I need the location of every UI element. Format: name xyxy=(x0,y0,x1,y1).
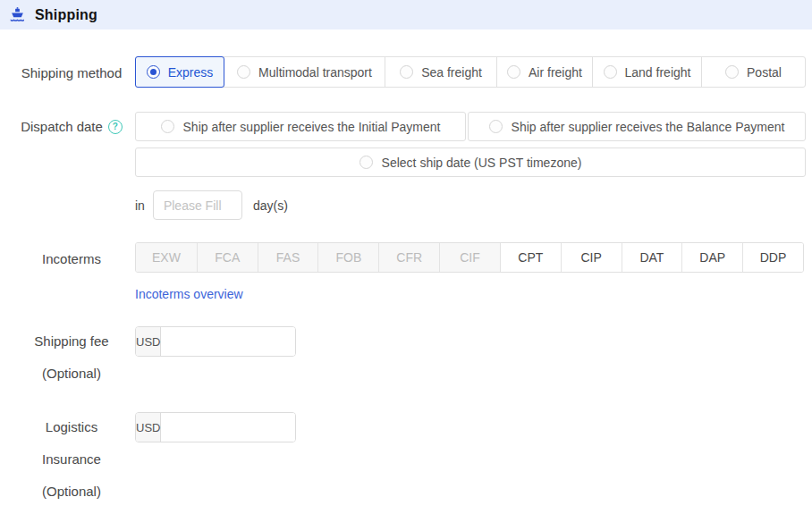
radio-icon xyxy=(359,156,373,169)
radio-icon xyxy=(237,65,250,79)
option-label: Postal xyxy=(747,65,782,80)
radio-icon xyxy=(725,65,739,79)
option-label: Select ship date (US PST timezone) xyxy=(382,156,582,170)
logistics-insurance-input[interactable] xyxy=(161,413,296,442)
shipping-method-option-air-freight[interactable]: Air freight xyxy=(496,57,592,87)
radio-icon xyxy=(489,120,503,133)
option-label: Multimodal transport xyxy=(258,65,372,80)
page-title: Shipping xyxy=(35,7,97,23)
radio-icon xyxy=(604,65,617,79)
shipping-fee-input[interactable] xyxy=(161,327,296,356)
dispatch-date-label-text: Dispatch date xyxy=(21,119,103,134)
incoterm-dat[interactable]: DAT xyxy=(622,243,682,272)
incoterm-cip[interactable]: CIP xyxy=(561,243,622,272)
days-row: in day(s) xyxy=(135,190,288,220)
option-label: Express xyxy=(168,65,214,80)
days-input[interactable] xyxy=(153,190,242,220)
option-label: Ship after supplier receives the Initial… xyxy=(183,120,441,134)
shipping-method-option-postal[interactable]: Postal xyxy=(701,57,805,87)
shipping-fee-optional-label: (Optional) xyxy=(0,358,143,390)
dispatch-date-label: Dispatch date ? xyxy=(0,119,143,134)
days-prefix-label: in xyxy=(135,198,145,213)
incoterm-ddp[interactable]: DDP xyxy=(742,243,803,272)
incoterm-exw: EXW xyxy=(136,243,197,272)
shipping-fee-input-group: USD xyxy=(135,326,296,357)
dispatch-option-balance-payment[interactable]: Ship after supplier receives the Balance… xyxy=(468,112,806,141)
shipping-section-header: Shipping xyxy=(0,0,812,29)
radio-selected-icon xyxy=(147,65,160,79)
question-mark-icon[interactable]: ? xyxy=(108,120,123,134)
shipping-method-option-sea-freight[interactable]: Sea freight xyxy=(385,57,496,87)
incoterm-cfr: CFR xyxy=(378,243,439,272)
option-label: Sea freight xyxy=(421,65,482,80)
incoterms-overview-link[interactable]: Incoterms overview xyxy=(135,287,243,301)
option-label: Land freight xyxy=(625,65,691,80)
incoterms-group: EXW FCA FAS FOB CFR CIF CPT CIP DAT DAP … xyxy=(135,242,804,273)
currency-label: USD xyxy=(136,413,161,442)
incoterm-fca: FCA xyxy=(197,243,258,272)
logistics-insurance-input-group: USD xyxy=(135,412,296,442)
radio-icon xyxy=(507,65,520,79)
logistics-optional-label: (Optional) xyxy=(0,476,143,508)
dispatch-option-select-ship-date[interactable]: Select ship date (US PST timezone) xyxy=(135,147,806,177)
incoterm-fob: FOB xyxy=(317,243,378,272)
logistics-insurance-label: Logistics Insurance (Optional) xyxy=(0,411,143,508)
option-label: Air freight xyxy=(529,65,582,80)
shipping-method-option-land-freight[interactable]: Land freight xyxy=(592,57,701,87)
incoterm-dap[interactable]: DAP xyxy=(681,243,742,272)
radio-icon xyxy=(400,65,413,79)
shipping-method-group: Express Multimodal transport Sea freight… xyxy=(135,56,806,88)
logistics-label-line2: Insurance xyxy=(0,443,143,476)
incoterms-label: Incoterms xyxy=(0,251,143,266)
radio-icon xyxy=(161,120,174,133)
dispatch-option-initial-payment[interactable]: Ship after supplier receives the Initial… xyxy=(135,112,466,141)
shipping-fee-label: Shipping fee (Optional) xyxy=(0,325,143,390)
incoterm-cif: CIF xyxy=(439,243,500,272)
logistics-label-line1: Logistics xyxy=(0,411,143,443)
days-suffix-label: day(s) xyxy=(253,198,288,213)
shipping-method-label: Shipping method xyxy=(0,65,143,80)
shipping-fee-label-line1: Shipping fee xyxy=(0,325,143,358)
incoterm-cpt[interactable]: CPT xyxy=(500,243,561,272)
incoterm-fas: FAS xyxy=(258,243,318,272)
shipping-method-option-multimodal[interactable]: Multimodal transport xyxy=(224,57,385,87)
currency-label: USD xyxy=(136,327,161,356)
ship-icon xyxy=(8,6,26,24)
shipping-method-option-express[interactable]: Express xyxy=(135,56,224,88)
option-label: Ship after supplier receives the Balance… xyxy=(512,120,785,134)
